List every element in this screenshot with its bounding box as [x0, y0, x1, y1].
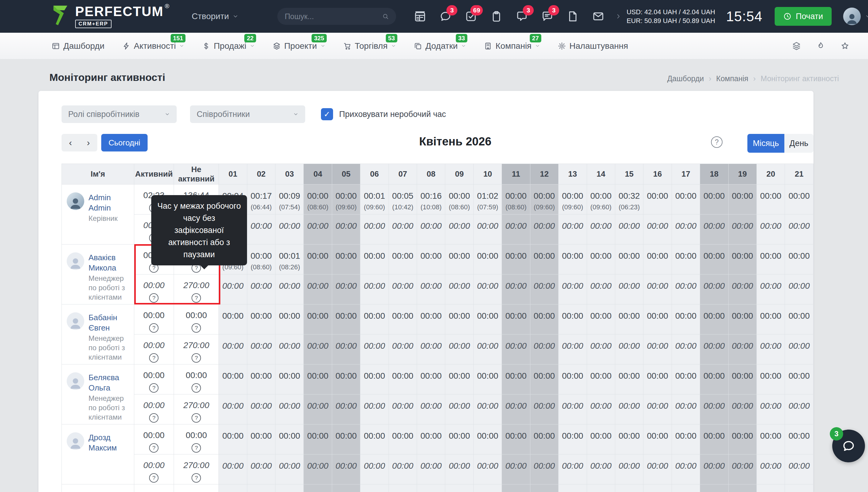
search-box[interactable]	[277, 8, 396, 25]
roles-select[interactable]: Ролі співробітників	[62, 105, 177, 123]
hide-offtime-checkbox[interactable]: ✓	[321, 108, 333, 120]
mail-button[interactable]	[592, 10, 605, 23]
day-cell: 00:00	[360, 274, 389, 304]
perfectum-logo[interactable]: PERFECTUM ® CRM+ERP	[52, 4, 169, 28]
employee-block: Дрозд Максим00:00?00:00?00:0000:0000:000…	[62, 424, 814, 485]
employee-name[interactable]: Беляєва Ольга	[89, 372, 130, 393]
nav-item-sales[interactable]: Продажі22	[202, 41, 255, 51]
breadcrumb-separator: ›	[753, 74, 756, 83]
question-icon[interactable]: ?	[149, 443, 159, 452]
question-icon[interactable]: ?	[192, 293, 201, 303]
col-header-day-09: 09	[445, 164, 474, 184]
employees-select[interactable]: Співробітники	[190, 105, 305, 123]
day-cell: 00:00	[785, 335, 814, 365]
question-icon[interactable]: ?	[192, 323, 201, 333]
planner-button[interactable]	[414, 10, 427, 23]
chat-notifications-button[interactable]: 3	[439, 10, 452, 23]
view-day-button[interactable]: День	[785, 134, 814, 153]
day-cell: 00:00	[672, 274, 700, 304]
user-menu[interactable]	[843, 7, 868, 25]
day-cell: 00:00	[728, 454, 756, 485]
nav-item-dashboard[interactable]: Дашборди	[51, 41, 104, 51]
day-cell: 00:00	[275, 304, 304, 335]
day-cell: 00:00	[445, 335, 474, 365]
question-icon[interactable]: ?	[192, 353, 201, 363]
nav-item-activity[interactable]: Активності151	[122, 41, 185, 51]
documents-button[interactable]	[566, 10, 579, 23]
tasks-button[interactable]: 69	[465, 10, 477, 23]
day-cell: 00:00	[644, 184, 672, 215]
nav-item-badge: 53	[386, 34, 397, 43]
nav-item-company[interactable]: Компанія27	[484, 41, 540, 51]
day-cell: 00:00	[559, 215, 587, 245]
calendar-icon	[414, 10, 427, 23]
employee-role: Керівник	[89, 214, 130, 223]
day-cell: 00:00	[219, 424, 247, 454]
expand-icon[interactable]	[615, 13, 622, 20]
day-cell: 00:00	[332, 215, 360, 245]
question-icon[interactable]: ?	[149, 383, 159, 393]
envelope-icon	[592, 10, 605, 23]
start-timer-button[interactable]: Почати	[775, 7, 831, 26]
employee-name[interactable]: Авакієв Микола	[89, 252, 130, 273]
breadcrumb-dashboards[interactable]: Дашборди	[667, 74, 704, 83]
question-icon[interactable]: ?	[192, 473, 201, 483]
day-cell: 00:00	[559, 304, 587, 335]
nav-item-addons[interactable]: Додатки33	[414, 41, 466, 51]
view-month-button[interactable]: Місяць	[747, 134, 785, 153]
table-row: 00:00?270:00?00:0000:0000:0000:0000:0000…	[62, 454, 814, 485]
day-cell: 00:00	[644, 215, 672, 245]
avatar	[843, 7, 861, 25]
day-cell: 00:00	[417, 274, 445, 304]
employee-name[interactable]: Бабанін Євген	[89, 312, 130, 333]
day-cell: 00:00	[728, 215, 756, 245]
search-input[interactable]	[285, 12, 382, 21]
today-button[interactable]: Сьогодні	[101, 134, 148, 151]
nav-item-projects[interactable]: Проекти325	[272, 41, 326, 51]
day-cell: 00:00(08:60)	[247, 245, 275, 274]
day-cell: 00:00	[672, 245, 700, 274]
day-cell: 00:00	[700, 365, 728, 394]
layers-icon[interactable]	[792, 41, 801, 51]
question-icon[interactable]: ?	[192, 383, 201, 393]
day-cell: 00:00	[219, 335, 247, 365]
day-cell: 00:00	[247, 335, 275, 365]
main-navigation: ДашбордиАктивності151Продажі22Проекти325…	[0, 33, 868, 59]
day-cell: 00:00	[474, 485, 502, 492]
day-cell: 00:00	[275, 335, 304, 365]
question-icon[interactable]: ?	[149, 353, 159, 363]
page-title: Моніторинг активності	[49, 72, 165, 83]
chat-widget-button[interactable]: 3	[832, 429, 865, 462]
question-icon[interactable]: ?	[149, 413, 159, 423]
notes-badge: 3	[548, 5, 559, 16]
question-icon[interactable]: ?	[192, 413, 201, 423]
breadcrumb-company[interactable]: Компанія	[716, 74, 748, 83]
time-cell: 00:00?	[134, 304, 174, 335]
nav-item-trade[interactable]: Торгівля53	[343, 41, 396, 51]
calendar-help-icon[interactable]: ?	[711, 136, 723, 148]
question-icon[interactable]: ?	[149, 293, 159, 303]
nav-item-settings[interactable]: Налаштування	[558, 41, 628, 51]
day-cell: 00:00	[756, 485, 785, 492]
day-cell: 00:00	[785, 365, 814, 394]
employee-name[interactable]: Admin Admin	[89, 192, 130, 213]
messages-button[interactable]: 3	[515, 10, 528, 23]
prev-month-button[interactable]: ‹	[62, 134, 79, 151]
question-icon[interactable]: ?	[192, 443, 201, 452]
next-month-button[interactable]: ›	[79, 134, 97, 151]
roles-select-value: Ролі співробітників	[68, 110, 139, 119]
notes-button[interactable]: 3	[541, 10, 554, 23]
question-icon[interactable]: ?	[149, 323, 159, 333]
create-button[interactable]: Створити	[192, 11, 239, 21]
day-cell: 00:00	[700, 184, 728, 215]
employee-name[interactable]: Дрозд Максим	[89, 432, 130, 453]
activity-table-viewport[interactable]: Ім'яАктивнийНе активний01020304050607080…	[62, 164, 814, 492]
clipboard-button[interactable]	[490, 10, 503, 23]
day-cell: 00:00	[587, 274, 615, 304]
day-cell: 00:00	[587, 215, 615, 245]
flame-icon[interactable]	[816, 41, 825, 51]
star-icon[interactable]	[840, 41, 850, 51]
question-icon[interactable]: ?	[149, 473, 159, 483]
search-icon[interactable]	[382, 13, 389, 20]
col-header-day-04: 04	[304, 164, 332, 184]
